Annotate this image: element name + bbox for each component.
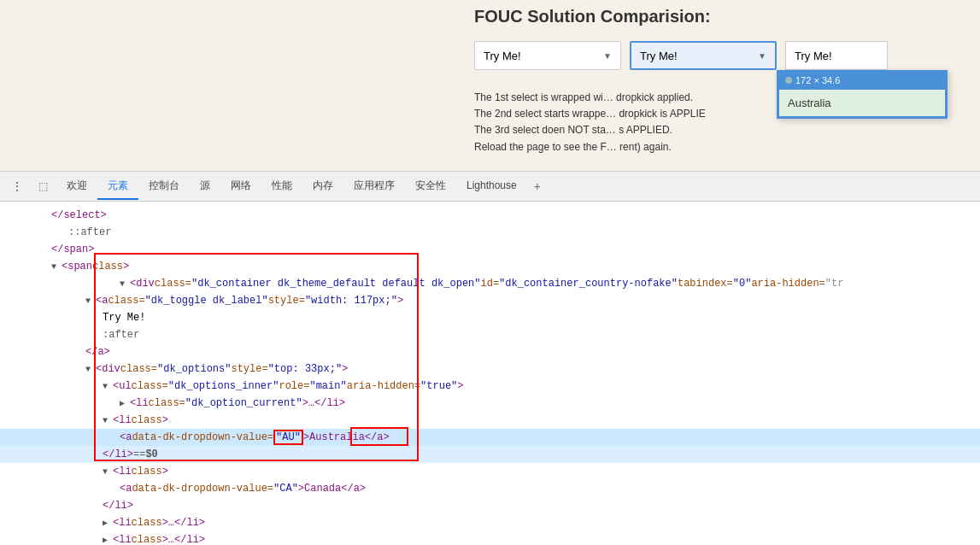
code-line-7: Try Me! [0, 309, 980, 326]
code-line-15: </li> == $0 [0, 446, 980, 463]
tab-security[interactable]: 安全性 [405, 173, 456, 200]
devtools-menu-icon[interactable]: ⋮ [5, 174, 29, 198]
desc-line-2: The 2nd select starts wrappe… dropkick i… [474, 106, 706, 122]
tab-console[interactable]: 控制台 [138, 173, 190, 200]
code-line-3: </span> [0, 241, 980, 258]
inspect-icon[interactable]: ⬚ [31, 174, 55, 198]
code-line-11: ▼ <ul class="dk_options_inner" role="mai… [0, 378, 980, 395]
devtools-bar: ⋮ ⬚ 欢迎 元素 控制台 源 网络 性能 内存 应用程序 安全性 Lighth… [0, 171, 980, 202]
code-area: </select> ::after </span> ▼ <span class>… [0, 202, 980, 545]
code-line-19: ▶ <li class>…</li> [0, 514, 980, 531]
australia-label: Australia [788, 97, 831, 109]
size-tooltip: 172 × 34.6 [778, 72, 946, 89]
tab-performance[interactable]: 性能 [261, 173, 302, 200]
tab-network[interactable]: 网络 [220, 173, 261, 200]
tab-welcome[interactable]: 欢迎 [56, 173, 97, 200]
tab-application[interactable]: 应用程序 [343, 173, 405, 200]
desc-area: The 1st select is wrapped wi… dropkick a… [474, 90, 706, 155]
tab-lighthouse[interactable]: Lighthouse [456, 174, 527, 198]
tab-elements[interactable]: 元素 [97, 173, 138, 200]
desc-line-3: The 3rd select doen NOT sta… s APPLIED. [474, 122, 706, 138]
dropdown-2[interactable]: Try Me! ▼ [630, 41, 777, 70]
dropdown-1-label: Try Me! [484, 50, 521, 62]
code-line-20: ▶ <li class>…</li> [0, 531, 980, 545]
code-line-10: ▼ <div class="dk_options" style="top: 33… [0, 360, 980, 378]
tab-add-button[interactable]: + [527, 176, 548, 196]
code-line-4: ▼ <span class> [0, 258, 980, 275]
dropdown-3[interactable]: Try Me! [785, 41, 888, 70]
dropdown-popup: 172 × 34.6 Australia [777, 70, 948, 119]
code-line-2: ::after [0, 224, 980, 241]
dropdown-2-container: Try Me! ▼ 172 × 34.6 Australia [630, 41, 777, 70]
page-title: FOUC Solution Comparision: [474, 7, 711, 26]
top-area: FOUC Solution Comparision: Try Me! ▼ Try… [0, 0, 980, 171]
code-line-13: ▼ <li class> [0, 412, 980, 429]
code-line-14[interactable]: <a data-dk-dropdown-value="AU">Australia… [0, 429, 980, 446]
size-value: 172 × 34.6 [795, 75, 840, 85]
dropdown-1-arrow: ▼ [603, 51, 612, 61]
tab-memory[interactable]: 内存 [302, 173, 343, 200]
tab-sources[interactable]: 源 [190, 173, 220, 200]
dropdown-3-label: Try Me! [795, 50, 832, 62]
code-line-9: </a> [0, 343, 980, 360]
dropdown-row: Try Me! ▼ Try Me! ▼ 172 × 34.6 Australia [474, 41, 888, 70]
code-line-17: <a data-dk-dropdown-value="CA">Canada</a… [0, 480, 980, 497]
devtools-tabs: 欢迎 元素 控制台 源 网络 性能 内存 应用程序 安全性 Lighthouse… [56, 173, 548, 200]
code-line-6: ▼ <a class="dk_toggle dk_label" style="w… [0, 292, 980, 309]
desc-line-4: Reload the page to see the F… rent) agai… [474, 139, 706, 155]
desc-line-1: The 1st select is wrapped wi… dropkick a… [474, 90, 706, 106]
dropdown-2-label: Try Me! [640, 50, 678, 62]
code-line-5: ▼ <div class="dk_container dk_theme_defa… [0, 275, 980, 292]
code-line-8: :after [0, 326, 980, 343]
code-line-1: </select> [0, 207, 980, 224]
code-line-12: ▶ <li class="dk_option_current">…</li> [0, 395, 980, 412]
dropdown-1[interactable]: Try Me! ▼ [474, 41, 621, 70]
dropdown-2-arrow: ▼ [758, 51, 766, 61]
code-line-18: </li> [0, 497, 980, 514]
size-dot [785, 77, 792, 84]
australia-option[interactable]: Australia [778, 89, 946, 117]
code-line-16: ▼ <li class> [0, 463, 980, 480]
